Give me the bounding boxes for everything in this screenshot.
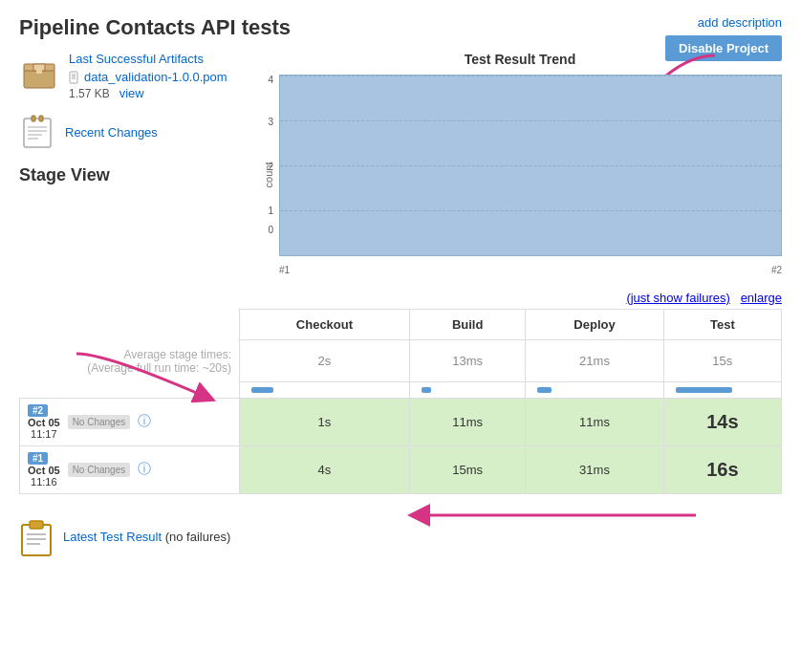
y-label-1: 1: [268, 206, 273, 216]
avg-checkout: 2s: [240, 340, 410, 382]
col-test: Test: [663, 310, 781, 340]
svg-rect-10: [39, 116, 43, 121]
build-1-build: 15ms: [409, 445, 525, 493]
last-successful-artifacts-link[interactable]: Last Successful Artifacts: [69, 52, 204, 66]
build-1-checkout: 4s: [240, 445, 410, 493]
artifact-size: 1.57 KB: [69, 87, 110, 100]
disable-project-button[interactable]: Disable Project: [665, 35, 782, 61]
progress-test: [676, 387, 732, 393]
col-deploy: Deploy: [526, 310, 663, 340]
build-1-info-icon[interactable]: ⓘ: [138, 461, 151, 478]
build-1-no-changes: No Changes: [68, 463, 131, 477]
latest-test-status: (no failures): [165, 530, 231, 544]
recent-changes-link[interactable]: Recent Changes: [65, 125, 158, 140]
notepad-icon: [19, 114, 55, 150]
clipboard-icon: [19, 517, 54, 557]
build-2-info-icon[interactable]: ⓘ: [138, 413, 151, 430]
avg-build: 13ms: [409, 340, 525, 382]
enlarge-link[interactable]: enlarge: [741, 291, 782, 305]
y-label-4: 4: [268, 75, 273, 85]
avg-run-time: (Average full run time: ~20s): [32, 361, 232, 375]
build-2-badge: #2: [28, 404, 48, 417]
build-1-date: Oct 05: [28, 465, 60, 476]
x-label-2: #2: [771, 265, 782, 275]
build-2-checkout: 1s: [240, 398, 410, 445]
build-2-test: 14s: [663, 398, 781, 445]
svg-rect-15: [22, 525, 51, 555]
svg-rect-16: [30, 521, 43, 529]
build-2-no-changes: No Changes: [68, 415, 131, 429]
avg-test: 15s: [663, 340, 781, 382]
build-1-badge: #1: [28, 452, 48, 465]
build-2-date: Oct 05: [28, 417, 60, 428]
artifact-file-link[interactable]: data_validation-1.0.0.pom: [84, 70, 227, 84]
build-1-deploy: 31ms: [526, 445, 663, 493]
progress-deploy: [537, 387, 551, 393]
recent-changes-section: Recent Changes: [19, 114, 239, 150]
avg-label: Average stage times:: [32, 348, 232, 361]
latest-test-section: Latest Test Result (no failures): [19, 517, 782, 557]
svg-rect-3: [36, 69, 42, 74]
y-label-3: 3: [268, 117, 273, 127]
y-axis-label: count: [263, 163, 274, 188]
build-1-test: 16s: [663, 445, 781, 493]
x-label-1: #1: [279, 265, 290, 275]
build-1-time: 11:16: [28, 476, 60, 488]
avg-deploy: 21ms: [526, 340, 663, 382]
artifacts-section: Last Successful Artifacts data_validatio…: [19, 52, 239, 100]
artifact-view-link[interactable]: view: [119, 86, 144, 100]
latest-test-link[interactable]: Latest Test Result: [63, 530, 162, 544]
build-2-deploy: 11ms: [526, 398, 663, 445]
file-icon: [69, 71, 80, 84]
build-2-time: 11:17: [28, 428, 60, 440]
col-checkout: Checkout: [240, 310, 410, 340]
svg-rect-8: [24, 119, 51, 147]
progress-checkout: [251, 387, 273, 393]
box-icon: [19, 52, 59, 92]
col-build: Build: [409, 310, 525, 340]
y-label-0: 0: [268, 225, 273, 235]
stage-table: Checkout Build Deploy Test Average stage…: [19, 309, 782, 494]
add-description-link[interactable]: add description: [698, 15, 782, 30]
stage-view-heading: Stage View: [19, 165, 239, 185]
svg-rect-9: [32, 116, 35, 121]
build-2-build: 11ms: [409, 398, 525, 445]
progress-build: [422, 387, 431, 393]
svg-rect-4: [70, 72, 77, 83]
just-show-failures-link[interactable]: (just show failures): [626, 291, 729, 305]
